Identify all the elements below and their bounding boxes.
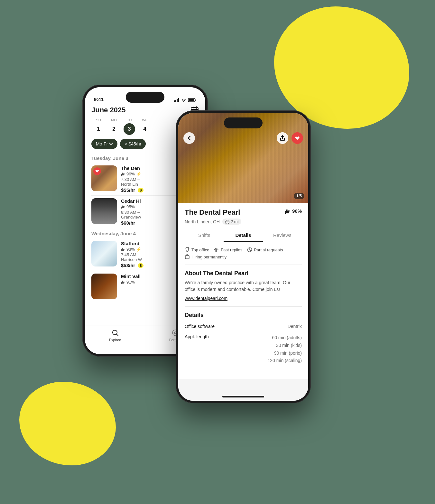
day-label-mo: MO [111, 118, 117, 122]
detail-row-appt: Appt. length 60 min (adults) 30 min (kid… [185, 333, 302, 366]
badge-partial-requests: Partial requests [247, 247, 283, 252]
phone-front: 1/5 The Dental Pearl 96% [176, 110, 311, 403]
office-rating-value: 96% [292, 208, 302, 214]
chevron-down-icon [109, 143, 113, 145]
share-button[interactable] [277, 132, 288, 144]
about-text: We're a family owned practice with a gre… [185, 279, 302, 293]
thumbs-up-large-icon [284, 209, 290, 214]
detail-divider-1 [185, 265, 302, 265]
svg-rect-19 [185, 256, 189, 259]
thumbs-up-icon-cedar [121, 205, 125, 209]
day-item-we[interactable]: WE 4 [138, 118, 152, 135]
badges-row: Top office · Fast replies [185, 247, 302, 252]
tab-details[interactable]: Details [224, 229, 263, 242]
fast-reply-icon [214, 247, 219, 252]
hiring-icon [185, 254, 190, 259]
detail-row-software: Office software Dentrix [185, 322, 302, 330]
filter-rate-label: > $45/hr [125, 141, 141, 146]
detail-label-appt: Appt. length [185, 334, 209, 339]
heart-icon-dental [95, 170, 99, 173]
about-link[interactable]: www.dentalpearl.com [185, 296, 227, 301]
dynamic-island-back [126, 92, 164, 103]
detail-value-appt: 60 min (adults) 30 min (kids) 90 min (pe… [267, 334, 302, 365]
front-phone-screen: 1/5 The Dental Pearl 96% [178, 113, 308, 401]
hero-actions [277, 132, 303, 144]
listing-price-stafford: $53/hr [121, 263, 135, 268]
svg-rect-1 [175, 100, 176, 102]
battery-icon [188, 98, 196, 102]
office-rating: 96% [284, 208, 302, 214]
location-distance: 2 mi [222, 219, 241, 225]
clock-icon [247, 247, 252, 252]
svg-rect-5 [189, 99, 194, 101]
svg-point-17 [228, 223, 229, 224]
filter-rate[interactable]: > $45/hr [120, 139, 146, 149]
svg-rect-3 [178, 98, 179, 102]
day-num-mo: 2 [108, 123, 120, 135]
day-label-su: SU [96, 118, 101, 122]
listing-price-cedar: $60/hr [121, 220, 135, 226]
thumbs-up-icon-stafford [121, 247, 125, 251]
tab-shifts[interactable]: Shifts [185, 229, 224, 242]
heart-filled-icon [295, 136, 300, 140]
back-status-icons [174, 98, 196, 102]
filter-mofr[interactable]: Mo-Fr [91, 139, 117, 149]
svg-line-12 [116, 334, 118, 336]
svg-rect-15 [225, 221, 229, 223]
day-item-mo[interactable]: MO 2 [107, 118, 121, 135]
boost-badge-dental: $ [138, 188, 143, 192]
thumbs-up-icon-dental [121, 172, 125, 176]
detail-label-software: Office software [185, 324, 215, 329]
day-item-tu[interactable]: TU 3 [122, 118, 136, 135]
distance-value: 2 mi [231, 219, 239, 224]
day-num-tu: 3 [124, 123, 135, 135]
dynamic-island-front [224, 117, 263, 128]
day-item-su[interactable]: SU 1 [91, 118, 106, 135]
badge-top-office-label: Top office [191, 247, 209, 252]
listing-img-dental [91, 165, 117, 191]
explore-icon [111, 329, 119, 337]
share-icon [280, 135, 285, 141]
boost-badge-stafford: $ [138, 263, 143, 268]
signal-icon [174, 98, 179, 102]
listing-img-cedar [91, 198, 117, 224]
badge-fast-replies: Fast replies [214, 247, 242, 252]
boost-icon-stafford: ⚡ [136, 247, 141, 252]
day-label-tu: TU [127, 118, 132, 122]
detail-divider-2 [185, 306, 302, 307]
heart-badge-dental [93, 167, 101, 175]
badge-hiring-label: Hiring permanently [191, 255, 227, 259]
nav-explore-label: Explore [109, 338, 121, 342]
detail-location: North Linden, OH 2 mi [185, 219, 302, 225]
tab-reviews[interactable]: Reviews [263, 229, 302, 242]
wifi-icon [181, 98, 186, 102]
detail-body: The Dental Pearl 96% North Linden, OH [178, 203, 308, 379]
front-screen-content: 1/5 The Dental Pearl 96% [178, 113, 308, 401]
day-num-su: 1 [93, 123, 104, 135]
badge-top-office: Top office [185, 247, 209, 252]
back-status-time: 9:41 [94, 97, 104, 102]
office-location: North Linden, OH [185, 219, 220, 224]
nav-explore[interactable]: Explore [85, 329, 145, 342]
badge-dot-2: · [244, 247, 245, 252]
badge-hiring: Hiring permanently [185, 254, 227, 259]
thumbs-up-icon-mint [121, 280, 125, 284]
day-label-we: WE [142, 118, 148, 122]
detail-name-row: The Dental Pearl 96% [185, 208, 302, 217]
back-button[interactable] [183, 132, 195, 144]
phones-container: 9:41 [73, 59, 362, 445]
back-chevron-icon [188, 135, 191, 141]
svg-rect-0 [174, 100, 175, 102]
badge-partial-label: Partial requests [254, 247, 283, 252]
favorite-button[interactable] [292, 132, 303, 144]
tabs-row: Shifts Details Reviews [178, 229, 308, 242]
svg-point-16 [226, 223, 227, 224]
badge-dot-1: · [211, 247, 212, 252]
about-title: About The Dental Pearl [185, 270, 302, 277]
boost-icon-dental: ⚡ [136, 172, 141, 176]
explore-svg-icon [111, 329, 119, 337]
badge-fast-replies-label: Fast replies [221, 247, 242, 252]
listing-img-mint [91, 274, 117, 299]
image-counter: 1/5 [294, 193, 304, 199]
car-icon [225, 220, 229, 224]
